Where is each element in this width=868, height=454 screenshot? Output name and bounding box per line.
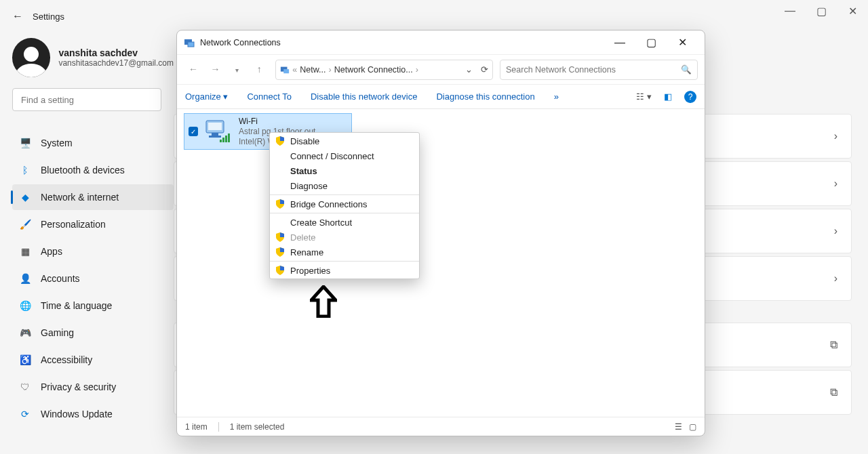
nav-personalization[interactable]: 🖌️Personalization [12,211,174,237]
ctx-disable[interactable]: Disable [270,133,419,148]
nc-close-button[interactable]: ✕ [667,31,698,54]
nav-label: Apps [41,246,62,257]
nc-toolbar: Organize ▾ Connect To Disable this netwo… [177,85,705,109]
profile-block[interactable]: vanshita sachdev vanshitasachdev17@gmail… [12,33,174,88]
settings-window-controls: — ▢ ✕ [774,0,868,22]
time-language-icon: 🌐 [19,300,31,311]
breadcrumb-segment[interactable]: Network Connectio... [334,65,413,75]
large-icons-view-icon[interactable]: ▢ [689,422,696,432]
settings-search-input[interactable] [20,94,154,106]
gaming-icon: 🎮 [19,327,31,338]
nav-accessibility[interactable]: ♿Accessibility [12,347,174,373]
toolbar-disable-device[interactable]: Disable this network device [311,91,418,102]
nav-label: Accounts [41,273,80,284]
preview-pane-icon[interactable]: ◧ [664,91,672,102]
nc-body: ✓ Wi-Fi Astral pg 1st floor [177,109,705,417]
close-button[interactable]: ✕ [837,0,868,22]
ctx-delete: Delete [270,230,419,245]
apps-icon: ▦ [19,246,31,257]
svg-rect-5 [208,123,222,130]
nav-system[interactable]: 🖥️System [12,130,174,156]
svg-rect-10 [225,136,227,142]
external-link-icon: ⧉ [830,386,837,398]
help-icon[interactable]: ? [684,91,696,103]
chevron-down-icon[interactable]: ⌄ [465,64,473,75]
nc-search-placeholder: Search Network Connections [506,65,616,75]
chevron-right-icon: › [834,178,837,190]
privacy-icon: 🛡 [19,381,31,392]
minimize-button[interactable]: — [774,0,806,22]
svg-rect-8 [220,140,222,142]
windows-update-icon: ⟳ [19,409,31,419]
nav-windows-update[interactable]: ⟳Windows Update [12,401,174,427]
nav-back-icon[interactable]: ← [184,60,203,79]
network-connections-icon [280,65,290,75]
toolbar-connect-to[interactable]: Connect To [247,91,292,102]
nav-label: Accessibility [41,354,92,365]
svg-rect-9 [222,138,224,142]
network-connections-window: Network Connections — ▢ ✕ ← → ▾ ↑ « Netw… [176,30,705,436]
details-view-icon[interactable]: ☰ [675,422,682,432]
nav-bluetooth[interactable]: ᛒBluetooth & devices [12,157,174,183]
back-icon[interactable]: ← [8,7,27,26]
ctx-rename[interactable]: Rename [270,245,419,260]
nav-label: Privacy & security [41,381,116,392]
nav-label: Windows Update [41,409,113,419]
nav-dropdown-icon[interactable]: ▾ [228,60,247,79]
toolbar-overflow[interactable]: » [554,91,559,102]
avatar-icon [12,38,50,77]
nav-label: Bluetooth & devices [41,165,125,176]
settings-title: Settings [33,12,64,22]
ctx-diagnose[interactable]: Diagnose [270,178,419,193]
nav-up-icon[interactable]: ↑ [250,60,269,79]
chevron-right-icon: › [834,130,837,142]
uac-shield-icon [275,247,285,257]
network-icon: ◆ [19,192,31,203]
external-link-icon: ⧉ [830,339,837,351]
ctx-status[interactable]: Status [270,163,419,178]
ctx-bridge[interactable]: Bridge Connections [270,197,419,211]
nav-forward-icon[interactable]: → [205,60,224,79]
nav-gaming[interactable]: 🎮Gaming [12,320,174,346]
nav-accounts[interactable]: 👤Accounts [12,266,174,291]
nav-label: Time & language [41,300,112,311]
address-bar[interactable]: « Netw... › Network Connectio... › ⌄ ⟳ [275,60,493,80]
nav-privacy[interactable]: 🛡Privacy & security [12,374,174,400]
svg-rect-3 [284,69,290,73]
selection-check-icon: ✓ [189,127,198,136]
view-options-icon[interactable]: ☷ ▾ [636,91,652,102]
settings-titlebar: ← Settings — ▢ ✕ [0,0,868,33]
nav-apps[interactable]: ▦Apps [12,239,174,264]
ctx-create-shortcut[interactable]: Create Shortcut [270,215,419,230]
nav-network[interactable]: ◆Network & internet [12,184,174,210]
nc-minimize-button[interactable]: — [604,31,635,54]
ctx-connect-disconnect[interactable]: Connect / Disconnect [270,148,419,163]
status-item-count: 1 item [185,422,208,432]
toolbar-diagnose[interactable]: Diagnose this connection [436,91,534,102]
nav-label: System [41,138,73,148]
settings-sidebar: vanshita sachdev vanshitasachdev17@gmail… [12,33,174,427]
settings-search[interactable] [12,88,161,111]
personalization-icon: 🖌️ [19,219,31,230]
chevron-right-icon: › [834,225,837,237]
svg-rect-6 [212,133,218,136]
context-menu: Disable Connect / Disconnect Status Diag… [269,132,420,279]
nc-search[interactable]: Search Network Connections 🔍 [500,60,698,80]
chevron-right-icon: › [834,272,837,285]
ctx-properties[interactable]: Properties [270,263,419,278]
nav-time-language[interactable]: 🌐Time & language [12,293,174,318]
nc-maximize-button[interactable]: ▢ [635,31,667,54]
uac-shield-icon [275,266,285,275]
nc-statusbar: 1 item 1 item selected ☰ ▢ [177,417,705,436]
maximize-button[interactable]: ▢ [806,0,837,22]
refresh-icon[interactable]: ⟳ [481,64,488,75]
uac-shield-icon [275,199,285,209]
profile-email: vanshitasachdev17@gmail.com [58,58,174,68]
breadcrumb-segment[interactable]: Netw... [300,65,326,75]
uac-shield-icon [275,232,285,242]
toolbar-organize[interactable]: Organize ▾ [185,91,228,102]
nc-title: Network Connections [200,38,281,47]
uac-shield-icon [275,136,285,146]
nav-label: Network & internet [41,192,119,203]
nav-label: Gaming [41,327,74,338]
